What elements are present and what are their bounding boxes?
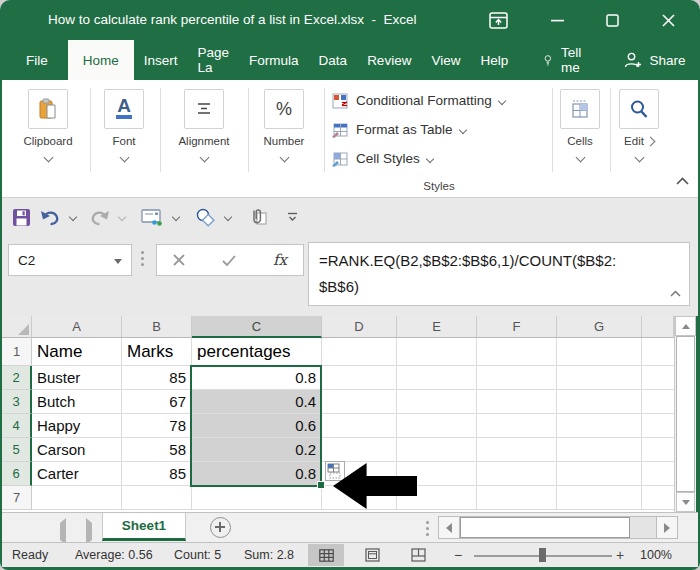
cell[interactable] [322, 338, 397, 366]
cell[interactable] [397, 366, 477, 390]
horizontal-scrollbar[interactable] [438, 516, 678, 539]
row-header-2[interactable]: 2 [2, 366, 32, 390]
horizontal-scroll-thumb[interactable] [460, 517, 630, 538]
fill-handle[interactable] [317, 481, 325, 489]
scroll-right-button[interactable] [656, 517, 677, 538]
page-layout-view-button[interactable] [354, 544, 390, 566]
undo-button[interactable] [40, 204, 61, 230]
tab-help[interactable]: Help [470, 40, 518, 80]
cell-b7[interactable] [122, 486, 192, 510]
scroll-up-button[interactable] [675, 316, 696, 336]
cell-c4[interactable]: 0.6 [192, 414, 322, 438]
cell[interactable] [477, 486, 557, 510]
cell[interactable] [557, 390, 642, 414]
enter-check-icon[interactable] [222, 255, 236, 266]
collapse-ribbon-button[interactable] [676, 171, 689, 189]
zoom-slider-thumb[interactable] [539, 548, 546, 562]
cell-b2[interactable]: 85 [122, 366, 192, 390]
cell[interactable] [477, 462, 557, 486]
email-button[interactable] [140, 204, 164, 230]
cell[interactable] [397, 438, 477, 462]
cell[interactable] [557, 462, 642, 486]
cell[interactable] [477, 438, 557, 462]
shapes-dropdown-chevron[interactable] [224, 213, 232, 221]
ribbon-group-number[interactable]: % Number [246, 89, 322, 165]
share-button[interactable]: Share [624, 52, 685, 68]
tab-data[interactable]: Data [309, 40, 358, 80]
sheet-nav-prev-button[interactable] [60, 523, 66, 541]
cell[interactable] [322, 438, 397, 462]
name-box[interactable]: C2 [8, 244, 132, 276]
close-button[interactable] [646, 0, 690, 40]
scroll-left-button[interactable] [439, 517, 460, 538]
row-header-6[interactable]: 6 [2, 462, 32, 486]
column-header-g[interactable]: G [557, 316, 642, 338]
cell-b1[interactable]: Marks [122, 338, 192, 366]
cell[interactable] [557, 338, 642, 366]
zoom-in-button[interactable]: + [616, 547, 624, 563]
cell[interactable] [322, 390, 397, 414]
redo-dropdown-chevron[interactable] [118, 213, 126, 221]
cell[interactable] [477, 390, 557, 414]
save-button[interactable] [12, 204, 31, 230]
page-break-preview-button[interactable] [400, 544, 436, 566]
formula-bar-drag-handle[interactable] [141, 251, 144, 266]
cell-a2[interactable]: Buster [32, 366, 122, 390]
cell-c7[interactable] [192, 486, 322, 510]
cell-a1[interactable]: Name [32, 338, 122, 366]
cell[interactable] [642, 462, 674, 486]
tab-home[interactable]: Home [68, 40, 134, 80]
conditional-formatting-button[interactable]: Conditional Formatting [332, 86, 546, 115]
tab-view[interactable]: View [421, 40, 470, 80]
cell-c6[interactable]: 0.8 [192, 462, 322, 486]
cell[interactable] [642, 438, 674, 462]
cell[interactable] [557, 438, 642, 462]
tab-formulas[interactable]: Formula [239, 40, 309, 80]
column-header-e[interactable]: E [397, 316, 477, 338]
row-header-3[interactable]: 3 [2, 390, 32, 414]
column-header-b[interactable]: B [122, 316, 192, 338]
vertical-scrollbar[interactable] [674, 316, 696, 512]
cell[interactable] [557, 366, 642, 390]
customize-qat-button[interactable] [287, 204, 298, 230]
ribbon-group-font[interactable]: A Font [86, 89, 162, 165]
cell[interactable] [477, 366, 557, 390]
undo-dropdown-chevron[interactable] [69, 213, 77, 221]
shapes-button[interactable] [194, 204, 216, 230]
row-header-7[interactable]: 7 [2, 486, 32, 510]
cell[interactable] [642, 414, 674, 438]
email-dropdown-chevron[interactable] [172, 213, 180, 221]
cell[interactable] [557, 414, 642, 438]
minimize-button[interactable] [535, 0, 579, 40]
cell-b5[interactable]: 58 [122, 438, 192, 462]
vertical-scroll-thumb[interactable] [676, 336, 695, 492]
column-header-a[interactable]: A [32, 316, 122, 338]
sheet-tab-sheet1[interactable]: Sheet1 [102, 513, 186, 541]
cell[interactable] [322, 414, 397, 438]
ribbon-group-edit[interactable]: Edit [606, 89, 672, 165]
auto-fill-options-button[interactable] [325, 461, 345, 481]
ribbon-display-options-button[interactable] [476, 0, 520, 40]
zoom-level[interactable]: 100% [640, 548, 672, 562]
cell-c1[interactable]: percentages [192, 338, 322, 366]
cell[interactable] [322, 366, 397, 390]
scroll-down-button[interactable] [676, 492, 695, 512]
name-box-dropdown-icon[interactable] [114, 259, 122, 264]
redo-button[interactable] [89, 204, 110, 230]
sheet-nav-next-button[interactable] [86, 523, 92, 541]
cell-c3[interactable]: 0.4 [192, 390, 322, 414]
cell[interactable] [477, 414, 557, 438]
tab-insert[interactable]: Insert [134, 40, 188, 80]
cell-a7[interactable] [32, 486, 122, 510]
row-header-1[interactable]: 1 [2, 338, 32, 366]
cell-b6[interactable]: 85 [122, 462, 192, 486]
row-header-5[interactable]: 5 [2, 438, 32, 462]
cell-c2-active[interactable]: 0.8 [192, 366, 322, 390]
cell[interactable] [642, 366, 674, 390]
tell-me-button[interactable]: Tell me [544, 45, 586, 75]
row-header-4[interactable]: 4 [2, 414, 32, 438]
cell[interactable] [477, 338, 557, 366]
select-all-corner[interactable] [2, 316, 32, 338]
cell[interactable] [397, 390, 477, 414]
cell[interactable] [397, 414, 477, 438]
